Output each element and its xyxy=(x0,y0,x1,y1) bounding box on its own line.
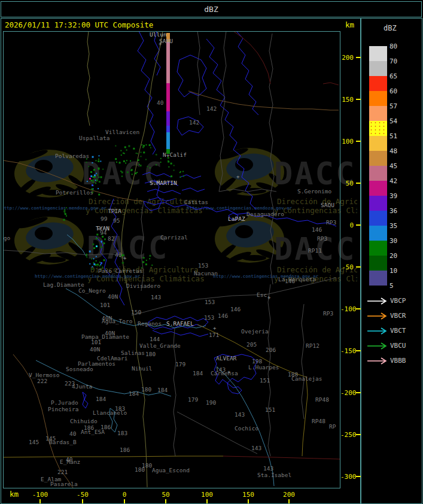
map-label: 143 xyxy=(151,294,161,300)
radar-echo xyxy=(130,170,132,171)
radar-echo xyxy=(160,158,162,159)
map-label: L.Huarpes xyxy=(248,364,279,371)
map-line xyxy=(87,31,90,126)
y-tick-label: 150 xyxy=(340,96,354,104)
radar-echo xyxy=(86,162,87,163)
station-marker: + xyxy=(213,325,217,331)
map-label: Uspallata xyxy=(79,135,109,141)
radar-echo xyxy=(180,171,181,172)
radar-echo xyxy=(125,162,126,163)
map-label: Chihuido xyxy=(70,418,98,424)
radar-echo xyxy=(121,154,122,156)
y-tick-label: -50 xyxy=(340,263,354,271)
y-tick-label: -200 xyxy=(340,389,354,397)
map-label: Canalejas xyxy=(291,375,322,382)
map-label: 101 xyxy=(100,302,110,308)
logo-pupil xyxy=(235,225,253,238)
colorbar-block xyxy=(369,136,387,151)
map-label: 222 xyxy=(37,378,47,384)
colorbar-value: 36 xyxy=(389,207,407,215)
colorbar-block xyxy=(369,181,387,196)
map-label: Carrizal xyxy=(160,234,188,241)
map-label: RP48 xyxy=(312,418,325,424)
map-label: 153 xyxy=(204,314,214,321)
colorbar-value: 60 xyxy=(389,87,407,95)
y-tick xyxy=(356,476,361,477)
radar-echo xyxy=(160,162,162,163)
radar-echo xyxy=(182,171,184,172)
vbcp-arrow-icon xyxy=(367,297,388,305)
map-label: 180 xyxy=(135,466,145,473)
radar-echo xyxy=(140,151,141,153)
radar-echo xyxy=(99,155,100,156)
radar-echo xyxy=(146,260,147,261)
radar-echo xyxy=(104,238,106,240)
radar-echo xyxy=(133,148,135,150)
map-label: 95 xyxy=(113,217,120,224)
map-line xyxy=(3,456,223,457)
radar-echo xyxy=(149,255,151,257)
map-content: DACCDirección de Agriculturay Contingenc… xyxy=(0,31,391,488)
map-label: 186 xyxy=(120,447,130,453)
legend-label: VBCT xyxy=(390,327,406,335)
radar-echo xyxy=(93,262,95,263)
y-tick-label: -100 xyxy=(340,305,354,313)
radar-echo xyxy=(90,171,92,173)
y-tick xyxy=(356,224,361,226)
radar-echo xyxy=(127,171,129,173)
radar-echo xyxy=(96,179,97,180)
x-tick-label: 50 xyxy=(154,491,178,499)
radar-echo xyxy=(93,169,95,171)
map-label: RP12 xyxy=(306,342,319,349)
colorbar-block xyxy=(369,241,387,256)
map-label: 143 xyxy=(251,445,261,451)
map-label: 150 xyxy=(131,309,141,315)
y-tick xyxy=(356,266,361,268)
y-tick xyxy=(356,183,361,184)
radar-echo xyxy=(100,160,101,162)
radar-map: DACCDirección de Agriculturay Contingenc… xyxy=(0,0,423,504)
colorbar-value: 54 xyxy=(389,117,407,125)
colorbar-value: 48 xyxy=(389,147,407,155)
radar-echo xyxy=(149,258,150,259)
map-label: 184 xyxy=(193,370,203,377)
colorbar-block xyxy=(369,211,387,226)
map-label: 153 xyxy=(198,262,208,269)
map-label: LaPAZ xyxy=(228,215,245,222)
radar-echo xyxy=(119,162,121,163)
map-label: ALVEAR xyxy=(216,355,237,362)
map-label: 99 xyxy=(101,215,108,222)
map-label: 206 xyxy=(266,347,276,353)
map-label: RP11 xyxy=(308,247,322,254)
radar-echo xyxy=(89,251,91,253)
radar-echo xyxy=(149,144,151,146)
y-tick xyxy=(356,350,361,351)
vbcu-arrow-icon xyxy=(367,342,388,350)
map-label: Cochico xyxy=(235,425,258,432)
colorbar-block xyxy=(369,91,387,106)
radar-echo xyxy=(100,264,101,265)
radar-echo xyxy=(63,211,65,212)
map-label: Nacunan xyxy=(194,270,218,277)
map-label: RP3 xyxy=(326,219,336,226)
map-label: ago xyxy=(0,235,10,241)
radar-echo xyxy=(93,181,94,183)
radar-echo xyxy=(95,183,96,184)
x-tick-label: 200 xyxy=(277,491,301,499)
map-label: Pampa_Diamante xyxy=(81,333,129,340)
y-tick-label: 0 xyxy=(340,221,354,229)
radar-echo xyxy=(140,165,142,166)
radar-echo xyxy=(123,153,124,154)
radar-echo xyxy=(91,259,92,260)
map-label: RP48 xyxy=(315,396,329,403)
map-label: 180 xyxy=(141,386,151,393)
map-label: 40 xyxy=(66,456,73,463)
map-line xyxy=(182,188,205,192)
x-tick xyxy=(124,499,125,503)
radar-echo xyxy=(171,175,172,177)
map-line xyxy=(197,31,200,115)
colorbar-value: 20 xyxy=(389,252,407,260)
map-label: Pincheira xyxy=(48,406,78,412)
colorbar-value: 35 xyxy=(389,222,407,230)
x-tick xyxy=(206,499,208,503)
